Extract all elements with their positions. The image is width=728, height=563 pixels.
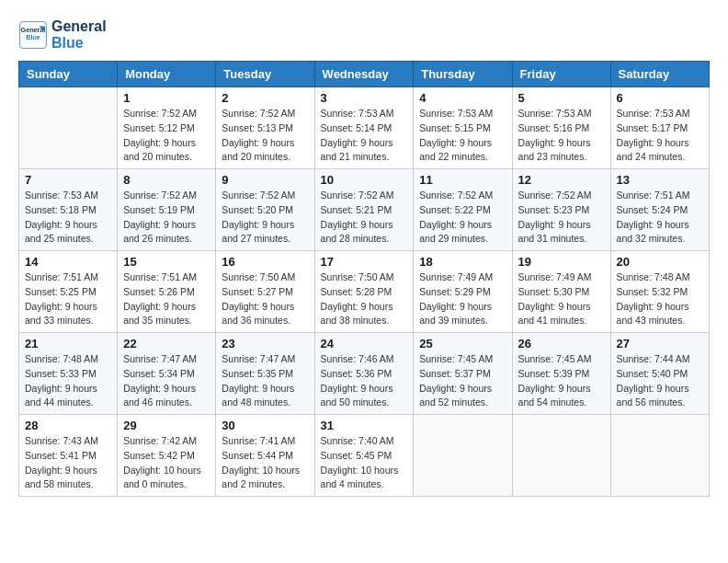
- day-info: Sunrise: 7:48 AMSunset: 5:32 PMDaylight:…: [617, 270, 703, 328]
- day-number: 10: [321, 173, 408, 187]
- day-number: 14: [25, 255, 111, 269]
- column-header-saturday: Saturday: [610, 62, 709, 87]
- day-number: 25: [419, 337, 506, 350]
- day-number: 1: [123, 91, 210, 105]
- calendar-cell: [512, 415, 610, 497]
- day-number: 3: [321, 91, 408, 105]
- day-info: Sunrise: 7:43 AMSunset: 5:41 PMDaylight:…: [25, 434, 111, 492]
- day-number: 18: [419, 255, 506, 269]
- day-number: 15: [123, 255, 210, 269]
- day-number: 31: [321, 419, 408, 432]
- day-info: Sunrise: 7:51 AMSunset: 5:25 PMDaylight:…: [25, 270, 111, 328]
- calendar-cell: 5Sunrise: 7:53 AMSunset: 5:16 PMDaylight…: [512, 87, 610, 169]
- day-number: 16: [222, 255, 308, 269]
- calendar-cell: 15Sunrise: 7:51 AMSunset: 5:26 PMDayligh…: [118, 251, 216, 333]
- calendar-cell: 10Sunrise: 7:52 AMSunset: 5:21 PMDayligh…: [314, 169, 414, 251]
- day-number: 22: [123, 337, 210, 350]
- day-number: 13: [617, 173, 703, 187]
- calendar-cell: 17Sunrise: 7:50 AMSunset: 5:28 PMDayligh…: [314, 251, 414, 333]
- day-info: Sunrise: 7:45 AMSunset: 5:39 PMDaylight:…: [518, 352, 605, 410]
- day-info: Sunrise: 7:52 AMSunset: 5:19 PMDaylight:…: [123, 189, 210, 247]
- week-row-4: 21Sunrise: 7:48 AMSunset: 5:33 PMDayligh…: [19, 333, 710, 415]
- calendar-cell: 19Sunrise: 7:49 AMSunset: 5:30 PMDayligh…: [512, 251, 610, 333]
- day-info: Sunrise: 7:44 AMSunset: 5:40 PMDaylight:…: [617, 352, 703, 410]
- calendar-cell: 24Sunrise: 7:46 AMSunset: 5:36 PMDayligh…: [314, 333, 414, 415]
- calendar-cell: 11Sunrise: 7:52 AMSunset: 5:22 PMDayligh…: [414, 169, 512, 251]
- calendar-cell: 30Sunrise: 7:41 AMSunset: 5:44 PMDayligh…: [216, 415, 314, 497]
- calendar-cell: 20Sunrise: 7:48 AMSunset: 5:32 PMDayligh…: [610, 251, 709, 333]
- day-number: 23: [222, 337, 308, 350]
- day-info: Sunrise: 7:48 AMSunset: 5:33 PMDaylight:…: [25, 352, 111, 410]
- logo-text: General Blue: [51, 18, 107, 52]
- calendar-cell: 4Sunrise: 7:53 AMSunset: 5:15 PMDaylight…: [414, 87, 512, 169]
- day-number: 28: [25, 419, 111, 432]
- column-header-friday: Friday: [512, 62, 610, 87]
- day-info: Sunrise: 7:49 AMSunset: 5:29 PMDaylight:…: [419, 270, 506, 328]
- day-info: Sunrise: 7:42 AMSunset: 5:42 PMDaylight:…: [123, 434, 210, 492]
- day-info: Sunrise: 7:53 AMSunset: 5:17 PMDaylight:…: [617, 107, 703, 165]
- page-header: General Blue General Blue: [18, 18, 710, 52]
- calendar-cell: 23Sunrise: 7:47 AMSunset: 5:35 PMDayligh…: [216, 333, 314, 415]
- day-number: 2: [222, 91, 308, 105]
- week-row-3: 14Sunrise: 7:51 AMSunset: 5:25 PMDayligh…: [19, 251, 710, 333]
- calendar-cell: 8Sunrise: 7:52 AMSunset: 5:19 PMDaylight…: [118, 169, 216, 251]
- column-header-wednesday: Wednesday: [314, 62, 414, 87]
- header-row: SundayMondayTuesdayWednesdayThursdayFrid…: [19, 62, 710, 87]
- day-number: 30: [222, 419, 308, 432]
- calendar-cell: 9Sunrise: 7:52 AMSunset: 5:20 PMDaylight…: [216, 169, 314, 251]
- day-number: 29: [123, 419, 210, 432]
- day-info: Sunrise: 7:41 AMSunset: 5:44 PMDaylight:…: [222, 434, 308, 492]
- column-header-thursday: Thursday: [414, 62, 512, 87]
- calendar-cell: 31Sunrise: 7:40 AMSunset: 5:45 PMDayligh…: [314, 415, 414, 497]
- calendar-cell: 14Sunrise: 7:51 AMSunset: 5:25 PMDayligh…: [19, 251, 118, 333]
- day-number: 21: [25, 337, 111, 350]
- week-row-2: 7Sunrise: 7:53 AMSunset: 5:18 PMDaylight…: [19, 169, 710, 251]
- svg-text:Blue: Blue: [26, 33, 40, 41]
- day-info: Sunrise: 7:53 AMSunset: 5:16 PMDaylight:…: [518, 107, 605, 165]
- calendar-cell: [414, 415, 512, 497]
- day-info: Sunrise: 7:52 AMSunset: 5:23 PMDaylight:…: [518, 189, 605, 247]
- day-number: 17: [321, 255, 408, 269]
- day-number: 4: [419, 91, 506, 105]
- day-info: Sunrise: 7:49 AMSunset: 5:30 PMDaylight:…: [518, 270, 605, 328]
- column-header-sunday: Sunday: [19, 62, 118, 87]
- logo: General Blue General Blue: [18, 18, 107, 52]
- day-number: 26: [518, 337, 605, 350]
- day-number: 6: [617, 91, 703, 105]
- calendar-cell: 6Sunrise: 7:53 AMSunset: 5:17 PMDaylight…: [610, 87, 709, 169]
- day-number: 27: [617, 337, 703, 350]
- column-header-monday: Monday: [118, 62, 216, 87]
- week-row-1: 1Sunrise: 7:52 AMSunset: 5:12 PMDaylight…: [19, 87, 710, 169]
- day-info: Sunrise: 7:51 AMSunset: 5:24 PMDaylight:…: [617, 189, 703, 247]
- calendar-cell: 26Sunrise: 7:45 AMSunset: 5:39 PMDayligh…: [512, 333, 610, 415]
- day-number: 19: [518, 255, 605, 269]
- calendar-cell: 25Sunrise: 7:45 AMSunset: 5:37 PMDayligh…: [414, 333, 512, 415]
- calendar-cell: 22Sunrise: 7:47 AMSunset: 5:34 PMDayligh…: [118, 333, 216, 415]
- calendar-cell: 3Sunrise: 7:53 AMSunset: 5:14 PMDaylight…: [314, 87, 414, 169]
- logo-icon: General Blue: [18, 20, 48, 50]
- calendar-cell: [19, 87, 118, 169]
- day-number: 12: [518, 173, 605, 187]
- calendar-cell: 29Sunrise: 7:42 AMSunset: 5:42 PMDayligh…: [118, 415, 216, 497]
- day-number: 5: [518, 91, 605, 105]
- day-info: Sunrise: 7:50 AMSunset: 5:28 PMDaylight:…: [321, 270, 408, 328]
- calendar-cell: 27Sunrise: 7:44 AMSunset: 5:40 PMDayligh…: [610, 333, 709, 415]
- calendar-cell: 12Sunrise: 7:52 AMSunset: 5:23 PMDayligh…: [512, 169, 610, 251]
- calendar-cell: 18Sunrise: 7:49 AMSunset: 5:29 PMDayligh…: [414, 251, 512, 333]
- calendar-cell: 13Sunrise: 7:51 AMSunset: 5:24 PMDayligh…: [610, 169, 709, 251]
- calendar-cell: 1Sunrise: 7:52 AMSunset: 5:12 PMDaylight…: [118, 87, 216, 169]
- calendar-cell: 7Sunrise: 7:53 AMSunset: 5:18 PMDaylight…: [19, 169, 118, 251]
- day-number: 9: [222, 173, 308, 187]
- day-info: Sunrise: 7:52 AMSunset: 5:13 PMDaylight:…: [222, 107, 308, 165]
- calendar-cell: 2Sunrise: 7:52 AMSunset: 5:13 PMDaylight…: [216, 87, 314, 169]
- day-info: Sunrise: 7:53 AMSunset: 5:18 PMDaylight:…: [25, 189, 111, 247]
- day-info: Sunrise: 7:47 AMSunset: 5:35 PMDaylight:…: [222, 352, 308, 410]
- day-number: 20: [617, 255, 703, 269]
- day-number: 11: [419, 173, 506, 187]
- day-info: Sunrise: 7:52 AMSunset: 5:20 PMDaylight:…: [222, 189, 308, 247]
- day-number: 24: [321, 337, 408, 350]
- calendar-table: SundayMondayTuesdayWednesdayThursdayFrid…: [18, 61, 710, 497]
- day-info: Sunrise: 7:50 AMSunset: 5:27 PMDaylight:…: [222, 270, 308, 328]
- calendar-cell: 21Sunrise: 7:48 AMSunset: 5:33 PMDayligh…: [19, 333, 118, 415]
- day-info: Sunrise: 7:52 AMSunset: 5:12 PMDaylight:…: [123, 107, 210, 165]
